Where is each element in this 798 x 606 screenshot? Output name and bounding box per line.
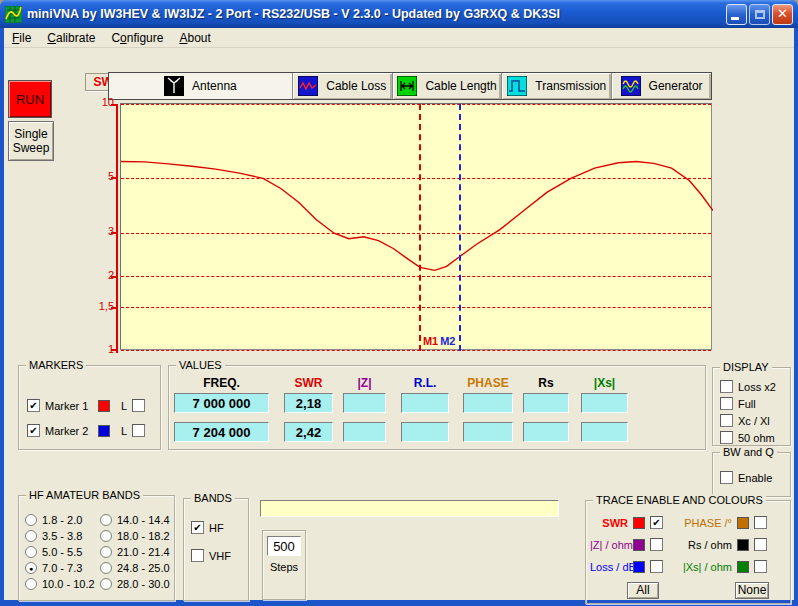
tab-generator[interactable]: Generator — [612, 73, 711, 99]
values-group: VALUES FREQ. 7 000 000 7 204 000 SWR 2,1… — [168, 365, 706, 450]
fiftyohm-checkbox[interactable] — [720, 431, 733, 444]
hf-checkbox[interactable]: ✔ — [191, 521, 204, 534]
close-button[interactable]: ✕ — [772, 4, 793, 25]
trace-xs-checkbox[interactable] — [754, 560, 767, 573]
hf-amateur-bands-group: HF AMATEUR BANDS 1.8 - 2.0 3.5 - 3.8 5.0… — [18, 495, 175, 601]
lossx2-checkbox[interactable] — [720, 380, 733, 393]
band-21.0-radio[interactable] — [100, 546, 112, 558]
marker-label-m2: M2 — [440, 335, 455, 347]
marker1-label: Marker 1 — [45, 400, 93, 412]
trace-z-swatch[interactable] — [633, 539, 645, 551]
trace-z-checkbox[interactable] — [650, 538, 663, 551]
trace-rs-swatch[interactable] — [737, 539, 749, 551]
generator-icon — [621, 76, 641, 96]
band-10.0-radio[interactable] — [25, 578, 37, 590]
bwq-enable-label: Enable — [738, 472, 772, 484]
trace-swr-checkbox[interactable]: ✔ — [650, 516, 663, 529]
trace-swr-swatch[interactable] — [633, 517, 645, 529]
trace-phase-swatch[interactable] — [737, 517, 749, 529]
trace-none-button[interactable]: None — [735, 582, 769, 599]
bw-and-q-group: BW and Q Enable — [712, 452, 791, 497]
tab-antenna[interactable]: Antenna — [109, 73, 293, 99]
band-24.8-radio[interactable] — [100, 562, 112, 574]
band-3.5-radio[interactable] — [25, 530, 37, 542]
band-10.0-row: 10.0 - 10.2 — [25, 578, 95, 590]
band-18.0-radio[interactable] — [100, 530, 112, 542]
trace-phase-checkbox[interactable] — [754, 516, 767, 529]
values-group-title: VALUES — [176, 359, 225, 371]
trace-xs-swatch[interactable] — [737, 561, 749, 573]
trace-loss-checkbox[interactable] — [650, 560, 663, 573]
trace-loss-swatch[interactable] — [633, 561, 645, 573]
band-28.0-label: 28.0 - 30.0 — [117, 578, 170, 590]
band-5.0-radio[interactable] — [25, 546, 37, 558]
display-group: DISPLAY Loss x2 Full Xc / Xl 50 ohm — [712, 367, 791, 446]
single-sweep-button[interactable]: Single Sweep — [8, 121, 54, 161]
marker-line-m1[interactable] — [419, 104, 421, 351]
title-bar: miniVNA by IW3HEV & IW3IJZ - 2 Port - RS… — [0, 0, 798, 28]
app-window: miniVNA by IW3HEV & IW3IJZ - 2 Port - RS… — [0, 0, 798, 606]
marker2-lock-checkbox[interactable] — [132, 424, 145, 437]
swr-plot-area[interactable]: M1M2 — [120, 103, 712, 350]
y-axis-tick — [111, 276, 118, 278]
band-14.0-radio[interactable] — [100, 514, 112, 526]
y-axis-tick — [111, 177, 118, 179]
trace-rs-checkbox[interactable] — [754, 538, 767, 551]
band-7.0-label: 7.0 - 7.3 — [42, 562, 82, 574]
menu-configure[interactable]: Configure — [103, 29, 171, 47]
marker1-checkbox[interactable]: ✔ — [27, 399, 40, 412]
band-7.0-radio[interactable]: ● — [25, 562, 37, 574]
menu-file[interactable]: File — [4, 29, 39, 47]
display-50ohm-row: 50 ohm — [720, 431, 775, 444]
trace-loss-row: Loss / dB — [590, 560, 663, 573]
y-axis-tick — [111, 232, 118, 234]
steps-input[interactable]: 500 — [267, 536, 301, 556]
fiftyohm-label: 50 ohm — [738, 432, 775, 444]
marker1-lock-checkbox[interactable] — [132, 399, 145, 412]
band-21.0-row: 21.0 - 21.4 — [100, 546, 170, 558]
antenna-icon — [164, 76, 184, 96]
hf-label: HF — [209, 522, 224, 534]
xcxl-checkbox[interactable] — [720, 414, 733, 427]
marker2-lock-label: L — [121, 425, 127, 437]
marker2-checkbox[interactable]: ✔ — [27, 424, 40, 437]
rs-value-m1 — [523, 393, 569, 413]
swr-value-m1: 2,18 — [284, 393, 333, 413]
rs-value-m2 — [523, 422, 569, 442]
y-tick-label: 5 — [88, 170, 114, 182]
tab-cable-length[interactable]: Cable Length — [393, 73, 503, 99]
cable-length-icon — [397, 76, 417, 96]
bwq-enable-checkbox[interactable] — [720, 471, 733, 484]
z-value-m1 — [343, 393, 386, 413]
tab-cable-loss[interactable]: Cable Loss — [293, 73, 393, 99]
display-full-row: Full — [720, 397, 756, 410]
swr-curve — [121, 104, 713, 351]
marker-line-m2[interactable] — [459, 104, 461, 351]
band-14.0-row: 14.0 - 14.4 — [100, 514, 170, 526]
menu-about[interactable]: About — [171, 29, 218, 47]
maximize-button[interactable] — [749, 4, 770, 25]
band-1.8-radio[interactable] — [25, 514, 37, 526]
marker1-color-swatch[interactable] — [98, 400, 110, 412]
band-7.0-row: ● 7.0 - 7.3 — [25, 562, 82, 574]
sweep-progress-field[interactable] — [260, 500, 559, 517]
maximize-icon — [755, 10, 765, 19]
full-checkbox[interactable] — [720, 397, 733, 410]
display-xcxl-row: Xc / Xl — [720, 414, 770, 427]
trace-swr-label: SWR — [590, 517, 628, 529]
vhf-checkbox[interactable] — [191, 549, 204, 562]
band-10.0-label: 10.0 - 10.2 — [42, 578, 95, 590]
app-icon[interactable] — [5, 6, 22, 23]
marker2-color-swatch[interactable] — [98, 425, 110, 437]
y-axis-tick — [111, 104, 118, 106]
tab-transmission[interactable]: Transmission — [502, 73, 612, 99]
menu-calibrate[interactable]: Calibrate — [39, 29, 103, 47]
band-28.0-radio[interactable] — [100, 578, 112, 590]
run-button[interactable]: RUN — [8, 80, 52, 118]
minimize-button[interactable] — [726, 4, 747, 25]
values-header-freq: FREQ. — [174, 376, 269, 390]
tab-strip: Antenna Cable Loss Cable Length — [108, 72, 712, 100]
trace-all-button[interactable]: All — [627, 582, 659, 599]
band-3.5-label: 3.5 - 3.8 — [42, 530, 82, 542]
marker2-label: Marker 2 — [45, 425, 93, 437]
